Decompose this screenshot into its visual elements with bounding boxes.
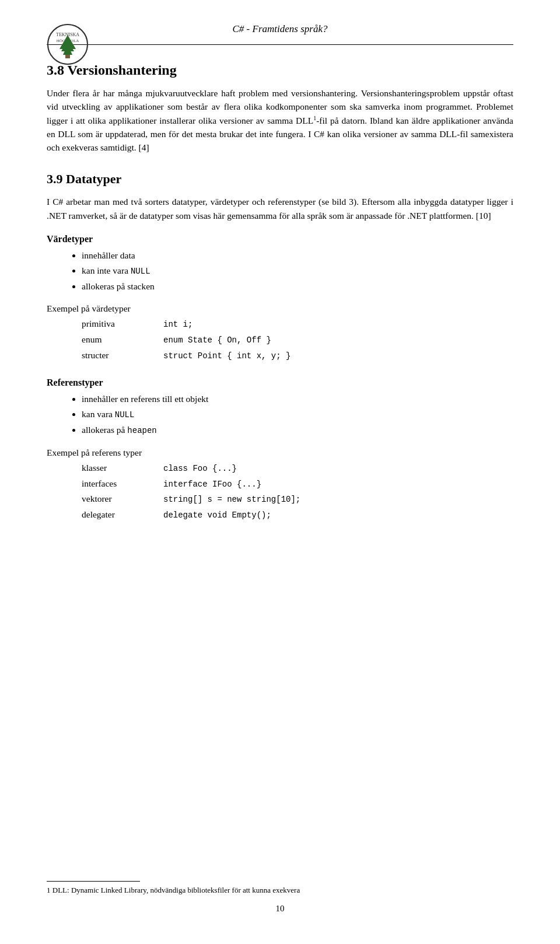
vardetyper-label: Värdetyper [47,234,513,244]
list-item: kan vara NULL [82,407,513,422]
list-item: primitiva int i; [82,316,513,332]
footnote: 1 DLL: Dynamic Linked Library, nödvändig… [47,885,513,896]
list-item: allokeras på heapen [82,422,513,438]
list-item: enum enum State { On, Off } [82,332,513,348]
section-38-para1: Under flera år har många mjukvaruutveckl… [47,86,513,154]
page-footer: 1 DLL: Dynamic Linked Library, nödvändig… [47,881,513,921]
list-item: vektorer string[] s = new string[10]; [82,491,513,507]
svg-rect-6 [65,55,70,58]
list-item: klasser class Foo {...} [82,460,513,476]
page: TEKNISKA HÖGSKOLA C# - Framtidens språk?… [0,0,560,944]
header-title: C# - Framtidens språk? [233,23,328,35]
page-number: 10 [47,902,513,915]
footer-divider [47,881,140,882]
vardetyper-list: innehåller data kan inte vara NULL allok… [82,248,513,294]
section-39-para1: I C# arbetar man med två sorters datatyp… [47,195,513,222]
exempel-referens-list: klasser class Foo {...} interfaces inter… [82,460,513,523]
list-item: innehåller en referens till ett objekt [82,391,513,407]
list-item: innehåller data [82,248,513,263]
section-38-heading: 3.8 Versionshantering [47,62,513,78]
list-item: interfaces interface IFoo {...} [82,476,513,492]
list-item: delegater delegate void Empty(); [82,507,513,523]
exempel-vardetyper-list: primitiva int i; enum enum State { On, O… [82,316,513,363]
list-item: kan inte vara NULL [82,263,513,279]
exempel-vardetyper-label: Exempel på värdetyper [47,303,513,314]
list-item: structer struct Point { int x, y; } [82,348,513,363]
referenstyper-list: innehåller en referens till ett objekt k… [82,391,513,438]
referenstyper-label: Referenstyper [47,377,513,388]
exempel-referens-label: Exempel på referens typer [47,447,513,458]
list-item: allokeras på stacken [82,279,513,294]
logo: TEKNISKA HÖGSKOLA [47,23,89,65]
section-39-heading: 3.9 Datatyper [47,172,513,187]
page-header: TEKNISKA HÖGSKOLA C# - Framtidens språk? [47,23,513,45]
